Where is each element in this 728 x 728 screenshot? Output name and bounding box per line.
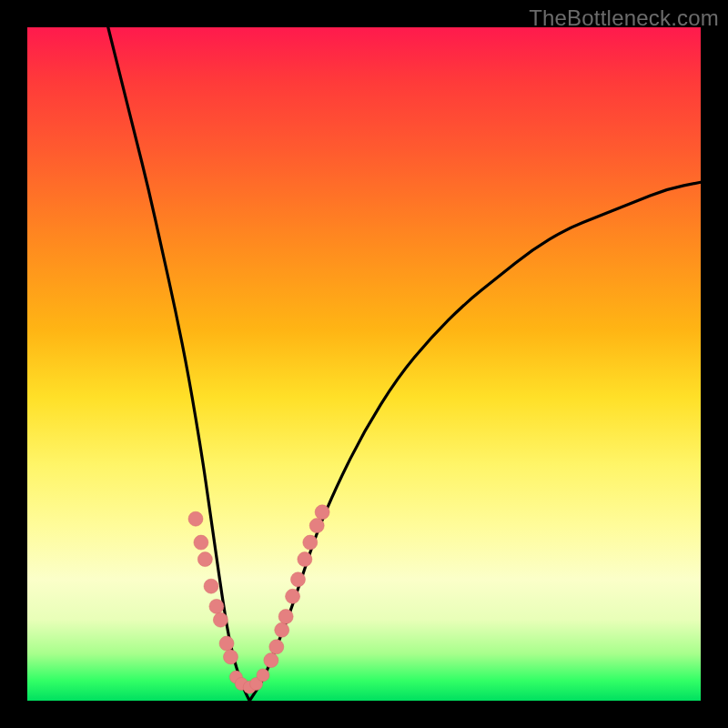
series-left-curve [108,27,249,701]
highlight-dot [278,610,293,624]
chart-frame: TheBottleneck.com [0,0,728,728]
highlight-dot [219,636,234,651]
highlight-dot [204,579,218,593]
highlight-dot [209,599,224,613]
plot-area [27,27,701,701]
highlight-dot [257,669,269,682]
series-right-curve [249,182,701,701]
highlight-dot [290,572,305,587]
highlight-dot [188,511,203,526]
highlight-dot [303,535,318,550]
highlight-dot [309,519,324,533]
dots-group [188,505,329,693]
highlight-dot [286,589,300,603]
highlight-dot [264,653,278,668]
highlight-dot [269,640,284,654]
highlight-dot [213,612,228,627]
highlight-dot [223,650,238,664]
highlight-dot [194,535,208,550]
curve-group [108,27,701,701]
highlight-dot [315,505,329,520]
chart-svg [27,27,701,701]
highlight-dot [275,622,289,637]
highlight-dot [298,552,312,567]
highlight-dot [197,552,212,567]
